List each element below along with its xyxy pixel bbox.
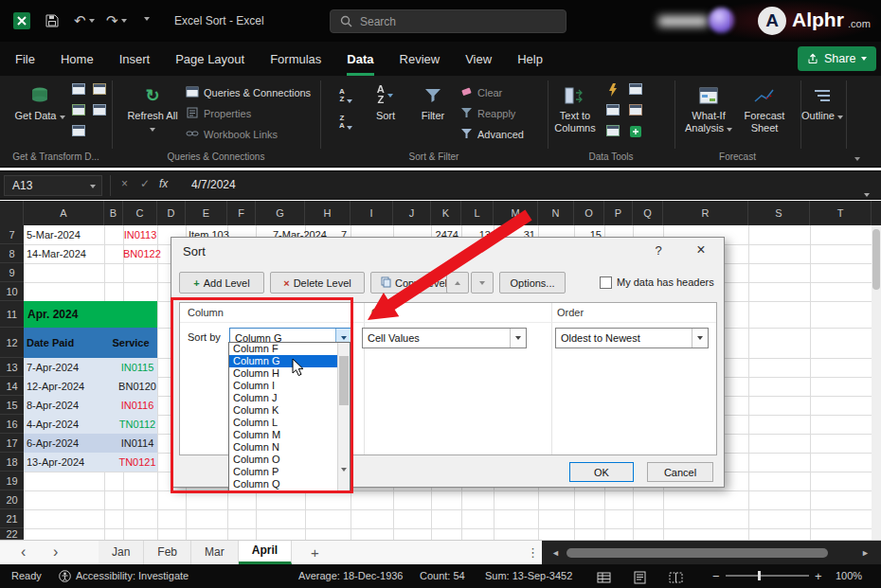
sort-az-button[interactable]: AZ — [333, 83, 358, 106]
close-icon[interactable]: × — [689, 241, 713, 260]
cancel-entry-icon[interactable]: × — [121, 177, 128, 190]
row-header[interactable]: 15 — [0, 396, 24, 415]
next-sheet-icon[interactable]: › — [53, 541, 58, 563]
insert-function-icon[interactable]: fx — [159, 177, 168, 190]
what-if-analysis-button[interactable]: What-If Analysis — [682, 81, 735, 148]
queries-connections-button[interactable]: Queries & Connections — [186, 83, 311, 102]
row-header[interactable]: 14 — [0, 377, 24, 396]
flash-fill-icon[interactable] — [606, 83, 621, 97]
column-header[interactable]: Q — [633, 201, 663, 225]
cell-service[interactable]: IN0114 — [117, 434, 157, 453]
tab-help[interactable]: Help — [517, 42, 543, 76]
horizontal-scrollbar[interactable]: ◄ ► — [542, 541, 881, 565]
tab-overflow-icon[interactable]: ⋮ — [527, 541, 539, 564]
refresh-all-button[interactable]: ↻ Refresh All — [125, 81, 180, 148]
advanced-filter-button[interactable]: Advanced — [460, 125, 524, 144]
redo-button[interactable]: ↷ — [106, 13, 127, 27]
recent-sources-icon[interactable] — [93, 83, 108, 97]
column-header[interactable]: S — [748, 201, 810, 225]
scroll-left-icon[interactable]: ◄ — [551, 541, 560, 565]
cell-date[interactable]: 13-Apr-2024 — [27, 453, 84, 472]
share-dropdown-icon[interactable] — [861, 57, 867, 61]
column-header[interactable]: D — [157, 201, 186, 225]
consolidate-icon[interactable] — [629, 83, 644, 97]
collapse-ribbon-icon[interactable] — [854, 148, 860, 165]
column-header[interactable]: F — [227, 201, 256, 225]
zoom-level[interactable]: 100% — [836, 564, 862, 588]
customize-toolbar-icon[interactable] — [144, 17, 150, 21]
column-header[interactable]: L — [461, 201, 494, 225]
zoom-slider-track[interactable] — [726, 575, 809, 577]
redo-dropdown-icon[interactable] — [121, 19, 127, 23]
cell-service[interactable]: IN0116 — [117, 396, 157, 415]
vertical-scrollbar-thumb[interactable] — [872, 229, 880, 290]
sheet-tab-feb[interactable]: Feb — [144, 541, 191, 564]
column-header[interactable]: B — [104, 201, 123, 225]
cell-service[interactable]: TN0121 — [117, 453, 157, 472]
tab-data[interactable]: Data — [347, 42, 373, 76]
column-header[interactable]: E — [186, 201, 227, 225]
vertical-scrollbar[interactable] — [872, 225, 881, 540]
save-icon[interactable] — [45, 14, 59, 27]
clear-filter-button[interactable]: Clear — [460, 83, 502, 102]
cell-service[interactable]: TN0112 — [117, 415, 157, 434]
sort-order-combo[interactable]: Oldest to Newest — [555, 328, 709, 348]
column-header[interactable]: R — [663, 201, 748, 225]
page-layout-view-icon[interactable] — [633, 569, 647, 588]
row-header[interactable]: 8 — [0, 244, 24, 263]
get-data-button[interactable]: Get Data — [13, 81, 66, 148]
expand-formula-bar-icon[interactable] — [864, 184, 870, 201]
column-header[interactable]: I — [351, 201, 393, 225]
cell-date[interactable]: 6-Apr-2024 — [27, 434, 79, 453]
column-header[interactable]: M — [494, 201, 538, 225]
normal-view-icon[interactable] — [597, 569, 611, 588]
cell-date[interactable]: 12-Apr-2024 — [27, 377, 84, 396]
from-web-icon[interactable] — [72, 104, 87, 117]
text-to-columns-button[interactable]: Text to Columns — [549, 81, 601, 148]
zoom-slider-thumb[interactable] — [758, 571, 761, 580]
row-header[interactable]: 10 — [0, 282, 24, 301]
cell-date[interactable]: 4-Apr-2024 — [27, 415, 79, 434]
delete-level-button[interactable]: × Delete Level — [270, 272, 365, 294]
relationships-icon[interactable] — [629, 104, 644, 117]
data-validation-icon[interactable] — [606, 125, 621, 138]
column-header[interactable]: T — [810, 201, 872, 225]
row-header[interactable]: 17 — [0, 434, 24, 453]
search-input[interactable]: Search — [330, 9, 566, 33]
sort-on-combo[interactable]: Cell Values — [362, 328, 527, 348]
sort-za-button[interactable]: ZA — [333, 110, 358, 133]
column-header[interactable]: J — [393, 201, 431, 225]
tab-review[interactable]: Review — [400, 42, 440, 76]
combo-dropdown-icon[interactable] — [510, 329, 526, 347]
combo-dropdown-icon[interactable] — [692, 329, 708, 347]
copy-level-button[interactable]: Copy Level — [370, 272, 458, 294]
column-header[interactable]: O — [574, 201, 604, 225]
column-header[interactable]: N — [538, 201, 574, 225]
cell-date[interactable]: 8-Apr-2024 — [27, 396, 79, 415]
name-box[interactable]: A13 — [4, 175, 102, 196]
remove-duplicates-icon[interactable] — [606, 104, 621, 117]
add-sheet-icon[interactable]: + — [311, 541, 319, 564]
move-down-button[interactable] — [471, 272, 494, 294]
help-icon[interactable]: ? — [651, 243, 666, 258]
accessibility-status[interactable]: Accessibility: Investigate — [76, 564, 189, 588]
select-all-corner[interactable] — [0, 201, 24, 225]
move-up-button[interactable] — [446, 272, 469, 294]
row-header[interactable]: 9 — [0, 263, 24, 282]
forecast-sheet-button[interactable]: Forecast Sheet — [739, 81, 790, 148]
prev-sheet-icon[interactable]: ‹ — [21, 541, 26, 563]
properties-button[interactable]: Properties — [186, 104, 251, 123]
column-header[interactable]: A — [24, 201, 104, 225]
row-header[interactable]: 12 — [0, 328, 24, 358]
column-header[interactable]: K — [431, 201, 461, 225]
enter-entry-icon[interactable]: ✓ — [140, 177, 150, 190]
cell-date[interactable]: 7-Apr-2024 — [27, 358, 79, 377]
filter-button[interactable]: Filter — [413, 81, 453, 148]
from-table-icon[interactable] — [72, 125, 87, 138]
row-header[interactable]: 11 — [0, 301, 24, 328]
from-text-csv-icon[interactable] — [72, 83, 87, 97]
page-break-preview-icon[interactable] — [669, 569, 683, 588]
zoom-in-icon[interactable]: + — [815, 564, 822, 588]
tab-formulas[interactable]: Formulas — [270, 42, 321, 76]
row-header[interactable]: 21 — [0, 509, 24, 528]
